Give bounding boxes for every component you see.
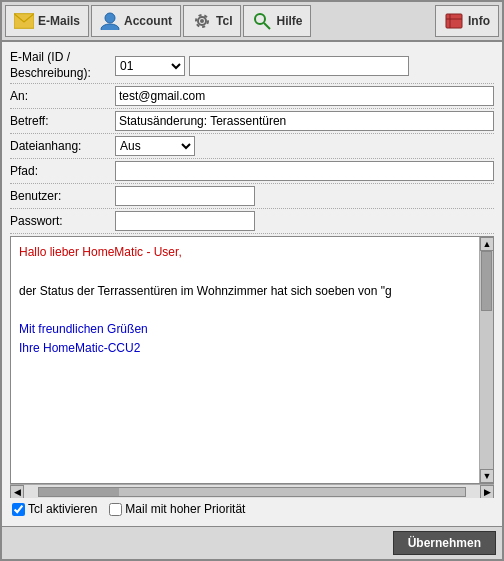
svg-rect-8 (446, 14, 462, 28)
scroll-up-button[interactable]: ▲ (480, 237, 494, 251)
tcl-checkbox[interactable] (12, 503, 25, 516)
account-tab-label: Account (124, 14, 172, 28)
account-tab-button[interactable]: Account (91, 5, 181, 37)
email-tab-button[interactable]: E-Mails (5, 5, 89, 37)
svg-line-7 (264, 23, 270, 29)
main-window: E-Mails Account Tcl (0, 0, 504, 561)
benutzer-label: Benutzer: (10, 189, 115, 203)
email-tab-label: E-Mails (38, 14, 80, 28)
id-input-group: 01 02 03 (115, 56, 409, 76)
scroll-right-button[interactable]: ▶ (480, 485, 494, 499)
svg-point-6 (255, 14, 265, 24)
search-icon (252, 12, 272, 30)
pfad-label: Pfad: (10, 164, 115, 178)
id-description-input[interactable] (189, 56, 409, 76)
email-body-scroll[interactable]: Hallo lieber HomeMatic - User, der Statu… (11, 237, 479, 483)
hilfe-tab-label: Hilfe (276, 14, 302, 28)
svg-point-1 (105, 13, 115, 23)
pfad-input[interactable] (115, 161, 494, 181)
dateianhang-label: Dateianhang: (10, 139, 115, 153)
checkbox-row: Tcl aktivieren Mail mit hoher Priorität (10, 498, 494, 520)
betreff-row: Betreff: (10, 109, 494, 134)
benutzer-row: Benutzer: (10, 184, 494, 209)
tcl-tab-button[interactable]: Tcl (183, 5, 241, 37)
email-icon (14, 12, 34, 30)
mail-priority-checkbox-label[interactable]: Mail mit hoher Priorität (109, 502, 245, 516)
tcl-checkbox-label[interactable]: Tcl aktivieren (12, 502, 97, 516)
passwort-row: Passwort: (10, 209, 494, 234)
email-body-line2 (19, 262, 471, 281)
v-scroll-track (480, 251, 493, 469)
dateianhang-select[interactable]: Aus An (115, 136, 195, 156)
svg-point-5 (200, 19, 204, 23)
id-row: E-Mail (ID /Beschreibung): 01 02 03 (10, 48, 494, 84)
mail-priority-checkbox[interactable] (109, 503, 122, 516)
benutzer-input[interactable] (115, 186, 255, 206)
email-body-line5: Mit freundlichen Grüßen (19, 320, 471, 339)
bottom-bar: Übernehmen (2, 526, 502, 559)
email-body-line6: Ihre HomeMatic-CCU2 (19, 339, 471, 358)
svg-point-2 (101, 24, 119, 30)
toolbar: E-Mails Account Tcl (2, 2, 502, 42)
horizontal-scrollbar: ◀ ▶ (10, 484, 494, 498)
mail-priority-checkbox-text: Mail mit hoher Priorität (125, 502, 245, 516)
email-body-line4 (19, 301, 471, 320)
form-area: E-Mail (ID /Beschreibung): 01 02 03 An: … (2, 42, 502, 526)
tcl-tab-label: Tcl (216, 14, 232, 28)
info-tab-button[interactable]: Info (435, 5, 499, 37)
accept-button[interactable]: Übernehmen (393, 531, 496, 555)
pfad-row: Pfad: (10, 159, 494, 184)
betreff-label: Betreff: (10, 114, 115, 128)
tcl-checkbox-text: Tcl aktivieren (28, 502, 97, 516)
passwort-input[interactable] (115, 211, 255, 231)
id-select[interactable]: 01 02 03 (115, 56, 185, 76)
email-body-line3: der Status der Terrassentüren im Wohnzim… (19, 282, 471, 301)
scroll-down-button[interactable]: ▼ (480, 469, 494, 483)
an-input[interactable] (115, 86, 494, 106)
id-label: E-Mail (ID /Beschreibung): (10, 50, 115, 81)
h-scroll-track (38, 487, 466, 497)
info-tab-label: Info (468, 14, 490, 28)
info-icon (444, 12, 464, 30)
hilfe-tab-button[interactable]: Hilfe (243, 5, 311, 37)
passwort-label: Passwort: (10, 214, 115, 228)
v-scroll-thumb[interactable] (481, 251, 492, 311)
dateianhang-row: Dateianhang: Aus An (10, 134, 494, 159)
gear-icon (192, 12, 212, 30)
email-body-line1: Hallo lieber HomeMatic - User, (19, 243, 471, 262)
email-body-container: Hallo lieber HomeMatic - User, der Statu… (10, 236, 494, 484)
h-scroll-thumb[interactable] (39, 488, 119, 496)
betreff-input[interactable] (115, 111, 494, 131)
an-row: An: (10, 84, 494, 109)
accept-button-label: Übernehmen (408, 536, 481, 550)
an-label: An: (10, 89, 115, 103)
vertical-scrollbar: ▲ ▼ (479, 237, 493, 483)
account-icon (100, 12, 120, 30)
scroll-left-button[interactable]: ◀ (10, 485, 24, 499)
